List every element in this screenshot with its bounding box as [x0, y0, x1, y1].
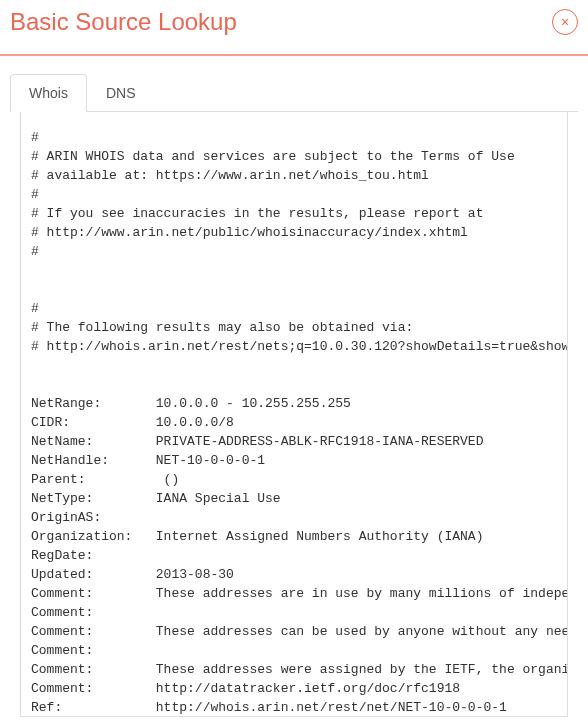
tab-bar: Whois DNS [10, 74, 578, 112]
tabs-container: Whois DNS # # ARIN WHOIS data and servic… [0, 56, 588, 717]
dialog-header: Basic Source Lookup × [0, 0, 588, 56]
close-button[interactable]: × [552, 9, 578, 35]
close-icon: × [561, 15, 569, 29]
tab-content: # # ARIN WHOIS data and services are sub… [20, 112, 568, 717]
tab-whois[interactable]: Whois [10, 74, 87, 112]
tab-dns[interactable]: DNS [87, 74, 155, 112]
whois-output: # # ARIN WHOIS data and services are sub… [31, 128, 557, 717]
dialog-title: Basic Source Lookup [10, 8, 237, 36]
